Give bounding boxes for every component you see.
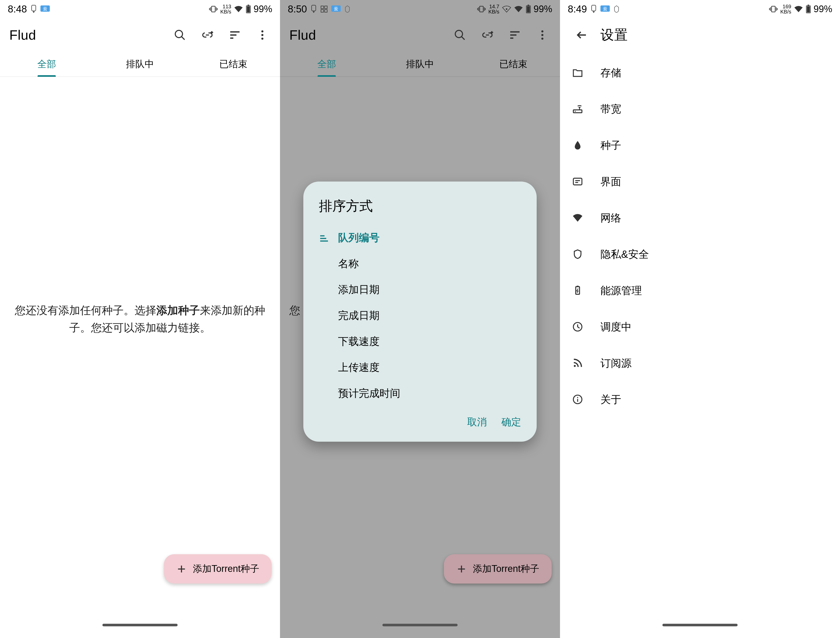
sort-asc-icon [319, 233, 330, 243]
status-icon-1 [31, 5, 37, 13]
dialog-title: 排序方式 [303, 197, 537, 225]
screen-sort-dialog: 8:50 云 14.7KB/s 99% Flud 全部 排队中 已结束 您还没有… [280, 0, 560, 638]
status-clock: 8:48 [8, 4, 27, 15]
battery-icon [246, 5, 251, 13]
sort-dialog: 排序方式 队列编号 名称 添加日期 完成日期 下载速度 上传速度 预计完成时间 … [303, 182, 537, 442]
nav-handle[interactable] [662, 624, 737, 626]
sort-option-eta[interactable]: 预计完成时间 [303, 380, 537, 406]
tab-all[interactable]: 全部 [0, 52, 93, 76]
svg-point-10 [261, 38, 264, 40]
tabs: 全部 排队中 已结束 [0, 52, 280, 77]
status-bar: 8:48 云 113KB/s 99% [0, 0, 280, 18]
setting-about[interactable]: 关于 [560, 381, 840, 418]
vibrate-icon [769, 5, 778, 13]
sort-option-queue-number[interactable]: 队列编号 [303, 225, 537, 250]
svg-point-40 [574, 365, 576, 367]
svg-rect-27 [592, 5, 596, 11]
setting-interface[interactable]: 界面 [560, 163, 840, 200]
shield-icon [570, 249, 585, 260]
svg-rect-36 [573, 178, 582, 185]
search-button[interactable] [167, 22, 193, 47]
router-icon [570, 103, 585, 115]
cancel-button[interactable]: 取消 [467, 415, 487, 429]
svg-rect-3 [212, 6, 215, 12]
status-icon-2: 云 [41, 5, 50, 13]
setting-privacy[interactable]: 隐私&安全 [560, 236, 840, 272]
battery-pct: 99% [254, 4, 272, 14]
rss-icon [570, 358, 585, 369]
sort-option-download-speed[interactable]: 下载速度 [303, 328, 537, 354]
nav-handle[interactable] [103, 624, 178, 626]
wifi-icon [234, 5, 243, 13]
wifi-icon [794, 5, 803, 13]
setting-power[interactable]: 能源管理 [560, 272, 840, 309]
setting-network[interactable]: 网络 [560, 200, 840, 236]
clock-icon [570, 321, 585, 332]
svg-rect-38 [576, 286, 578, 287]
ok-button[interactable]: 确定 [501, 415, 521, 429]
add-torrent-fab[interactable]: 添加Torrent种子 [164, 554, 272, 584]
net-speed: 113KB/s [220, 4, 231, 14]
svg-text:云: 云 [603, 6, 607, 11]
net-speed: 169KB/s [780, 4, 791, 14]
plus-icon [176, 564, 187, 574]
settings-app-bar: 设置 [560, 18, 840, 52]
drop-icon [570, 139, 585, 151]
screen-main-empty: 8:48 云 113KB/s 99% Flud 全部 排队中 已结束 您还没有添… [0, 0, 280, 638]
app-bar: Flud [0, 18, 280, 52]
settings-list: 存储 带宽 种子 界面 网络 隐私&安全 能源管理 调度中 [560, 52, 840, 418]
sort-option-date-added[interactable]: 添加日期 [303, 277, 537, 302]
svg-rect-30 [772, 6, 775, 12]
app-title: Flud [9, 27, 165, 43]
settings-title: 设置 [600, 26, 835, 44]
nav-handle[interactable] [382, 624, 458, 626]
setting-torrent[interactable]: 种子 [560, 127, 840, 163]
nav-bar [0, 612, 280, 638]
svg-rect-34 [573, 110, 582, 113]
sort-option-name[interactable]: 名称 [303, 250, 537, 277]
svg-rect-32 [808, 5, 809, 6]
back-button[interactable] [569, 22, 594, 47]
svg-point-9 [261, 34, 264, 36]
svg-text:云: 云 [43, 6, 47, 11]
sort-button[interactable] [223, 22, 247, 47]
message-icon [570, 176, 585, 187]
sort-option-upload-speed[interactable]: 上传速度 [303, 354, 537, 380]
svg-rect-33 [807, 6, 810, 13]
setting-scheduling[interactable]: 调度中 [560, 309, 840, 345]
status-clock: 8:49 [568, 4, 587, 15]
wifi-icon [570, 212, 585, 223]
battery-icon [570, 285, 585, 296]
svg-point-8 [261, 30, 264, 32]
setting-feeds[interactable]: 订阅源 [560, 345, 840, 381]
info-icon [570, 394, 585, 405]
status-icon-2: 云 [600, 5, 610, 13]
screen-settings: 8:49 云 169KB/s 99% 设置 存储 带宽 种子 [560, 0, 840, 638]
sort-option-date-finished[interactable]: 完成日期 [303, 302, 537, 328]
svg-point-42 [577, 397, 578, 398]
vibrate-icon [209, 5, 218, 13]
status-bar: 8:49 云 169KB/s 99% [560, 0, 840, 18]
fab-label: 添加Torrent种子 [193, 562, 259, 575]
tab-queued[interactable]: 排队中 [93, 52, 187, 76]
svg-rect-6 [247, 6, 250, 13]
nav-bar [560, 612, 840, 638]
setting-bandwidth[interactable]: 带宽 [560, 91, 840, 127]
status-icon-1 [591, 5, 597, 13]
battery-pct: 99% [813, 4, 832, 14]
svg-point-7 [175, 30, 183, 38]
svg-rect-0 [32, 5, 36, 11]
battery-icon [806, 5, 811, 13]
svg-point-35 [575, 111, 576, 112]
nav-bar [280, 612, 560, 638]
tab-finished[interactable]: 已结束 [187, 52, 280, 76]
svg-rect-37 [576, 287, 580, 294]
empty-state: 您还没有添加任何种子。选择添加种子来添加新的种子。您还可以添加磁力链接。 [14, 302, 266, 336]
link-button[interactable] [195, 22, 220, 47]
folder-icon [570, 67, 585, 78]
overflow-button[interactable] [250, 22, 275, 47]
status-icon-3 [613, 5, 620, 13]
setting-storage[interactable]: 存储 [560, 54, 840, 91]
svg-rect-5 [248, 5, 249, 6]
